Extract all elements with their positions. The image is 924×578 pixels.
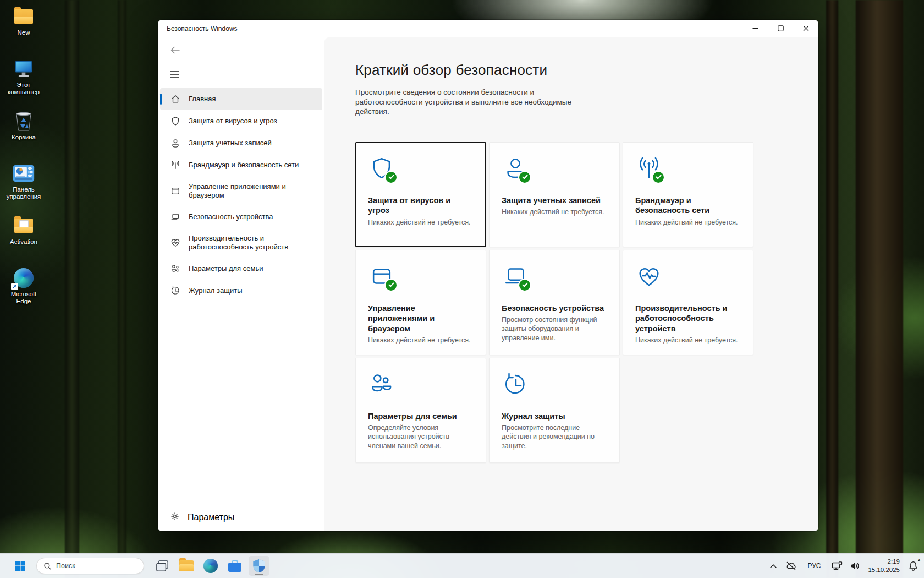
sidebar-item-account-protection[interactable]: Защита учетных записей [160, 132, 322, 154]
start-button[interactable] [10, 556, 31, 576]
desktop-icon-label: New [17, 29, 30, 36]
sidebar-item-protection-history[interactable]: Журнал защиты [160, 280, 322, 302]
card-device-security[interactable]: Безопасность устройства Просмотр состоян… [489, 250, 620, 355]
sidebar-item-label: Защита от вирусов и угроз [189, 117, 277, 126]
tree-trunk [826, 0, 838, 578]
edge-button[interactable] [200, 556, 221, 576]
clock-time: 2:19 [888, 558, 900, 566]
desktop-icon-control-panel[interactable]: Панель управления [2, 160, 45, 211]
card-status: Никаких действий не требуется. [368, 336, 474, 345]
menu-toggle-button[interactable] [167, 66, 183, 83]
firewall-icon [170, 160, 181, 170]
account-icon [170, 138, 181, 148]
card-firewall-network[interactable]: Брандмауэр и безопасность сети Никаких д… [623, 142, 754, 247]
sidebar-item-label: Главная [189, 95, 216, 103]
card-protection-history[interactable]: Журнал защиты Просмотрите последние дейс… [489, 358, 620, 463]
sidebar-item-device-security[interactable]: Безопасность устройства [160, 206, 322, 228]
family-icon [170, 264, 181, 274]
app-window-icon [170, 186, 181, 196]
history-icon [170, 286, 181, 296]
card-title: Безопасность устройства [502, 303, 607, 314]
laptop-icon [170, 212, 181, 222]
taskbar: Поиск [0, 553, 924, 578]
page-title: Краткий обзор безопасности [355, 62, 818, 79]
check-badge-icon [384, 279, 398, 292]
windows-security-shield-icon [252, 559, 266, 573]
sidebar-item-label: Управление приложениями и браузером [189, 182, 315, 200]
sidebar-item-firewall-network[interactable]: Брандмауэр и безопасность сети [160, 154, 322, 176]
history-icon [503, 372, 528, 397]
desktop-icon-label: Этот компьютер [3, 81, 45, 96]
desktop-icon-new-folder[interactable]: New [2, 3, 45, 54]
desktop-icon-this-pc[interactable]: Этот компьютер [2, 56, 45, 106]
sidebar-item-virus-threat-protection[interactable]: Защита от вирусов и угроз [160, 110, 322, 132]
edge-icon [204, 559, 218, 573]
sidebar-item-app-browser-control[interactable]: Управление приложениями и браузером [160, 176, 322, 206]
sidebar-item-device-performance-health[interactable]: Производительность и работоспособность у… [160, 228, 322, 258]
windows-security-button[interactable] [249, 556, 270, 576]
taskbar-search[interactable]: Поиск [36, 558, 144, 574]
screen: New Этот компьютер [0, 0, 924, 578]
desktop-icon-label: Панель управления [3, 186, 45, 200]
page-subtitle: Просмотрите сведения о состоянии безопас… [355, 88, 573, 117]
card-virus-threat-protection[interactable]: Защита от вирусов и угроз Никаких действ… [355, 142, 486, 247]
home-icon [170, 94, 181, 104]
bell-z-glyph: z [918, 557, 920, 562]
chevron-up-icon [769, 564, 777, 569]
file-explorer-button[interactable] [176, 556, 197, 576]
card-title: Защита учетных записей [502, 195, 607, 206]
windows-security-window: Безопасность Windows [158, 20, 818, 531]
speaker-icon [850, 561, 860, 570]
card-title: Параметры для семьи [368, 411, 474, 422]
maximize-button[interactable] [768, 20, 793, 37]
window-controls [743, 20, 818, 37]
sidebar-item-label: Защита учетных записей [189, 139, 272, 148]
notification-center-button[interactable]: z [905, 556, 921, 576]
sidebar-item-label: Журнал защиты [189, 286, 243, 295]
taskbar-clock[interactable]: 2:19 15.10.2025 [865, 556, 903, 576]
card-status: Никаких действий не требуется. [635, 218, 741, 227]
close-button[interactable] [793, 20, 818, 37]
card-family-options[interactable]: Параметры для семьи Определяйте условия … [355, 358, 486, 463]
sidebar-item-label: Безопасность устройства [189, 212, 273, 221]
desktop-icon-recycle-bin[interactable]: Корзина [2, 108, 45, 159]
file-explorer-icon [179, 560, 194, 571]
sidebar-item-family-options[interactable]: Параметры для семьи [160, 258, 322, 280]
network-status-button[interactable] [829, 556, 845, 576]
desktop-icon-activation[interactable]: Activation [2, 212, 45, 263]
tree-trunk [65, 0, 79, 578]
network-icon [832, 561, 843, 571]
sidebar-item-label: Брандмауэр и безопасность сети [189, 161, 299, 170]
window-title: Безопасность Windows [167, 20, 238, 37]
minimize-button[interactable] [743, 20, 768, 37]
sidebar-item-label: Параметры [188, 512, 234, 522]
this-pc-icon [12, 58, 35, 80]
app-window-icon [369, 264, 394, 289]
card-status: Просмотр состояния функций защиты оборуд… [502, 315, 607, 342]
check-badge-icon [652, 171, 665, 184]
search-icon [43, 562, 52, 570]
sidebar-item-home[interactable]: Главная [160, 88, 322, 110]
search-placeholder: Поиск [56, 562, 75, 570]
task-view-button[interactable] [152, 556, 173, 576]
desktop-icon-edge[interactable]: Microsoft Edge [2, 265, 45, 315]
card-device-performance-health[interactable]: Производительность и работоспособность у… [623, 250, 754, 355]
language-indicator[interactable]: РУС [801, 556, 827, 576]
microsoft-store-button[interactable] [224, 556, 245, 576]
card-app-browser-control[interactable]: Управление приложениями и браузером Ника… [355, 250, 486, 355]
card-account-protection[interactable]: Защита учетных записей Никаких действий … [489, 142, 620, 247]
back-button[interactable] [167, 42, 183, 58]
edge-icon [12, 267, 35, 289]
gear-icon [170, 511, 180, 524]
onedrive-status-button[interactable] [783, 556, 799, 576]
taskbar-apps [152, 556, 270, 576]
sidebar-item-settings[interactable]: Параметры [160, 505, 322, 530]
card-title: Производительность и работоспособность у… [635, 303, 741, 334]
heart-pulse-icon [636, 264, 662, 289]
volume-button[interactable] [847, 556, 862, 576]
tray-overflow-button[interactable] [766, 556, 781, 576]
desktop-icon-label: Microsoft Edge [3, 291, 45, 305]
system-tray: РУС 2:19 15.10.2025 z [766, 554, 921, 578]
sidebar: Главная Защита от вирусов и угроз Защита… [158, 37, 324, 531]
titlebar[interactable]: Безопасность Windows [158, 20, 818, 37]
